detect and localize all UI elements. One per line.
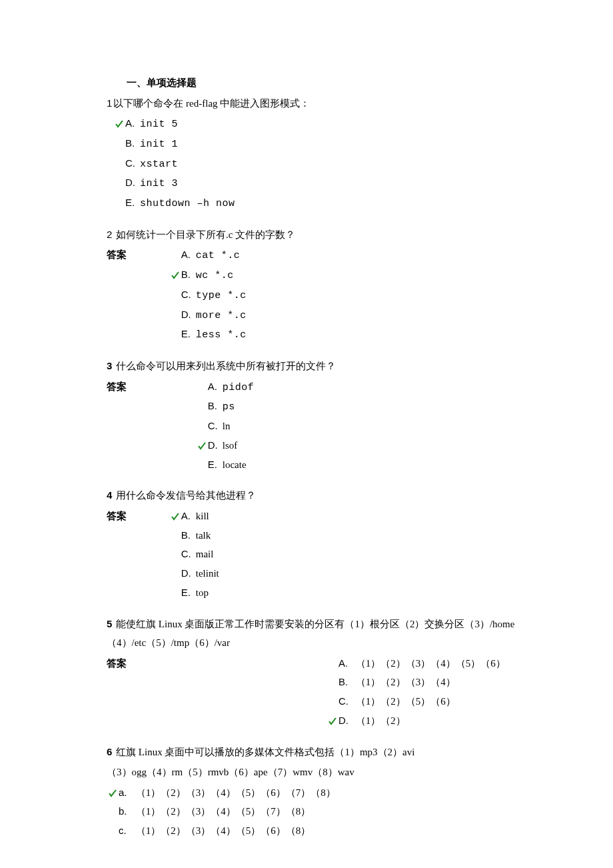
question-6-options: a. （1）（2）（3）（4）（5）（6）（7）（8） b. （1）（2）（3）…	[107, 783, 546, 841]
check-icon	[169, 267, 181, 284]
question-1: 1以下哪个命令在 red-flag 中能进入图形模式： A.init 5 B.i…	[107, 94, 546, 213]
check-icon	[113, 115, 125, 133]
option-a: A.kill	[169, 507, 219, 526]
question-3-number: 3	[107, 360, 112, 371]
question-6: 6 红旗 Linux 桌面中可以播放的多媒体文件格式包括（1）mp3（2）avi…	[107, 743, 546, 841]
option-d: D.telinit	[169, 564, 219, 583]
answer-label: 答案	[107, 245, 127, 265]
option-d: D. （1）（2）	[326, 711, 506, 731]
option-d: D.more *.c	[169, 305, 247, 325]
question-3-text: 3 什么命令可以用来列出系统中所有被打开的文件？	[107, 357, 546, 376]
question-4-text: 4 用什么命令发信号给其他进程？	[107, 486, 546, 505]
question-1-text: 1以下哪个命令在 red-flag 中能进入图形模式：	[107, 94, 546, 113]
option-c: C.type *.c	[169, 285, 247, 305]
option-a: A.init 5	[107, 114, 546, 134]
option-e: E.shutdown –h now	[107, 193, 546, 213]
option-e: E.locate	[196, 455, 255, 475]
option-b: b. （1）（2）（3）（4）（5）（7）（8）	[107, 802, 546, 821]
question-4-options: A.kill B.talk C.mail D.telinit E.top	[169, 507, 219, 603]
question-5: 5 能使红旗 Linux 桌面版正常工作时需要安装的分区有（1）根分区（2）交换…	[107, 615, 546, 731]
option-e: E.less *.c	[169, 325, 247, 345]
question-6-text-line2: （3）ogg（4）rm（5）rmvb（6）ape（7）wmv（8）wav	[107, 763, 546, 782]
question-2-text: 2 如何统计一个目录下所有.c 文件的字数？	[107, 225, 546, 245]
check-icon	[196, 437, 208, 455]
option-b: B.init 1	[107, 134, 546, 154]
question-2-number: 2	[107, 229, 112, 240]
question-1-options: A.init 5 B.init 1 C.xstart D.init 3 E.sh…	[107, 114, 546, 213]
answer-label: 答案	[107, 507, 127, 526]
answer-label: 答案	[107, 654, 127, 731]
option-c: C.xstart	[107, 154, 546, 174]
option-b: B.wc *.c	[169, 265, 247, 285]
option-c: C.mail	[169, 545, 219, 564]
answer-label: 答案	[107, 377, 127, 397]
question-6-text: 6 红旗 Linux 桌面中可以播放的多媒体文件格式包括（1）mp3（2）avi	[107, 743, 546, 762]
option-b: B. （1）（2）（3）（4）	[326, 673, 506, 692]
option-a: A.cat *.c	[169, 245, 247, 265]
check-icon	[169, 508, 181, 525]
question-5-options: A. （1）（2）（3）（4）（5）（6） B. （1）（2）（3）（4） C.…	[326, 654, 506, 731]
question-4-number: 4	[107, 489, 112, 501]
check-icon	[107, 785, 119, 802]
question-4: 4 用什么命令发信号给其他进程？ 答案 A.kill B.talk C.mail…	[107, 486, 546, 602]
question-3-options: A.pidof B.ps C.ln D.lsof E.locate	[196, 377, 255, 475]
option-a: A. （1）（2）（3）（4）（5）（6）	[326, 654, 506, 673]
option-b: B.talk	[169, 526, 219, 545]
option-d: D.lsof	[196, 436, 255, 455]
option-c: C. （1）（2）（5）（6）	[326, 692, 506, 711]
question-5-number: 5	[107, 618, 112, 629]
question-6-number: 6	[107, 746, 112, 757]
question-2: 2 如何统计一个目录下所有.c 文件的字数？ 答案 A.cat *.c B.wc…	[107, 225, 546, 345]
option-d: D.init 3	[107, 173, 546, 193]
option-c: C.ln	[196, 417, 255, 436]
option-e: E.top	[169, 583, 219, 603]
section-heading: 一、单项选择题	[127, 73, 546, 93]
option-b: B.ps	[196, 397, 255, 417]
option-a: a. （1）（2）（3）（4）（5）（6）（7）（8）	[107, 783, 546, 803]
question-2-options: A.cat *.c B.wc *.c C.type *.c D.more *.c…	[169, 245, 247, 345]
question-3: 3 什么命令可以用来列出系统中所有被打开的文件？ 答案 A.pidof B.ps…	[107, 357, 546, 474]
option-a: A.pidof	[196, 377, 255, 397]
option-c: c. （1）（2）（3）（4）（5）（6）（8）	[107, 821, 546, 841]
check-icon	[326, 713, 338, 730]
question-5-text: 5 能使红旗 Linux 桌面版正常工作时需要安装的分区有（1）根分区（2）交换…	[107, 615, 546, 653]
question-1-number: 1	[107, 97, 112, 109]
